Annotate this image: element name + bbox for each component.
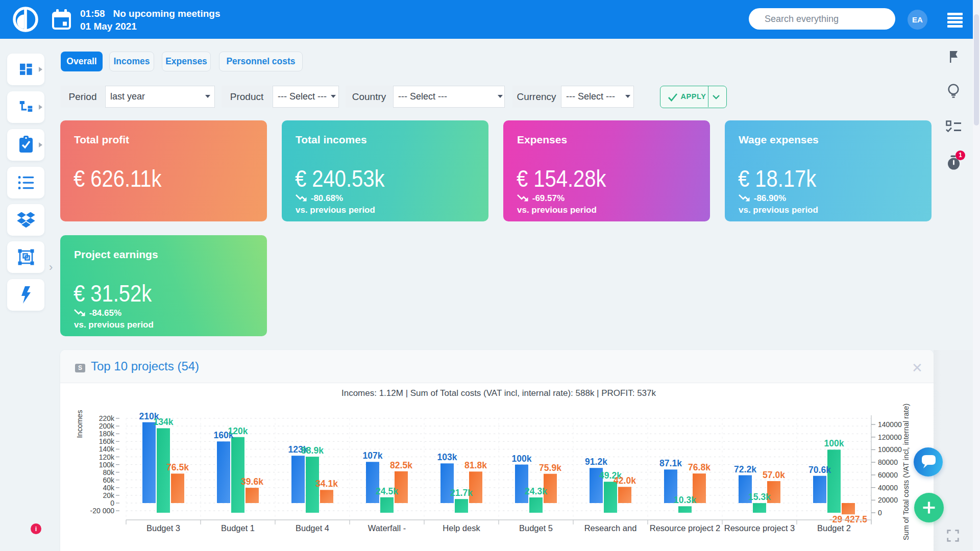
svg-text:21.7k: 21.7k [450, 488, 473, 498]
svg-text:87.1k: 87.1k [659, 458, 682, 468]
svg-text:15.3k: 15.3k [748, 492, 771, 502]
svg-text:Sum of Total costs (VAT incl,: Sum of Total costs (VAT incl, internal r… [902, 404, 910, 540]
svg-text:20000: 20000 [878, 496, 898, 504]
svg-text:82.5k: 82.5k [390, 460, 412, 470]
svg-text:Help desk: Help desk [443, 523, 480, 533]
svg-text:134k: 134k [154, 417, 174, 427]
svg-text:180k: 180k [99, 430, 115, 438]
svg-text:Budget 5: Budget 5 [519, 523, 553, 533]
svg-text:Incomes: Incomes [76, 410, 84, 438]
svg-text:24.5k: 24.5k [376, 486, 398, 496]
svg-text:75.9k: 75.9k [539, 463, 561, 473]
svg-text:107k: 107k [363, 450, 383, 461]
svg-text:60k: 60k [103, 476, 115, 484]
svg-text:76.8k: 76.8k [688, 462, 710, 472]
svg-text:0: 0 [878, 509, 882, 517]
svg-text:120k: 120k [228, 426, 248, 436]
svg-text:60000: 60000 [878, 471, 898, 479]
svg-text:Budget 3: Budget 3 [146, 523, 180, 533]
svg-text:Research and: Research and [584, 523, 637, 533]
svg-text:40000: 40000 [878, 484, 898, 492]
svg-text:42.0k: 42.0k [614, 475, 636, 486]
svg-text:-20 000: -20 000 [90, 507, 115, 515]
svg-text:Budget 4: Budget 4 [296, 523, 329, 533]
svg-text:120k: 120k [99, 453, 115, 461]
svg-text:160k: 160k [99, 437, 115, 445]
svg-text:34.1k: 34.1k [315, 479, 338, 489]
svg-text:Budget 2: Budget 2 [817, 523, 851, 533]
svg-text:57.0k: 57.0k [763, 470, 785, 480]
svg-text:39.6k: 39.6k [241, 477, 263, 487]
svg-text:100k: 100k [824, 438, 844, 448]
svg-text:76.5k: 76.5k [166, 462, 189, 472]
svg-text:Resource project 3: Resource project 3 [724, 523, 795, 533]
svg-text:140000: 140000 [878, 420, 902, 429]
svg-text:70.6k: 70.6k [808, 465, 831, 475]
svg-text:100k: 100k [512, 454, 532, 464]
svg-text:80000: 80000 [878, 458, 898, 466]
svg-text:140k: 140k [99, 445, 115, 453]
svg-text:Resource project 2: Resource project 2 [650, 523, 721, 533]
svg-text:91.2k: 91.2k [585, 457, 607, 467]
svg-text:10.3k: 10.3k [674, 495, 696, 505]
svg-text:88.9k: 88.9k [301, 445, 324, 456]
svg-text:24.3k: 24.3k [525, 486, 547, 496]
svg-text:40k: 40k [103, 484, 115, 492]
svg-text:103k: 103k [437, 452, 457, 462]
svg-text:Budget 1: Budget 1 [221, 523, 255, 533]
svg-text:Waterfall -: Waterfall - [368, 523, 406, 533]
svg-text:120000: 120000 [878, 433, 902, 441]
svg-text:72.2k: 72.2k [734, 464, 756, 474]
svg-text:80k: 80k [103, 468, 115, 477]
svg-text:100000: 100000 [878, 445, 902, 454]
svg-text:0: 0 [110, 499, 114, 507]
svg-text:81.8k: 81.8k [464, 460, 487, 470]
svg-text:100k: 100k [99, 461, 115, 469]
svg-text:220k: 220k [99, 414, 115, 422]
svg-text:20k: 20k [103, 491, 115, 499]
svg-text:200k: 200k [99, 422, 115, 430]
